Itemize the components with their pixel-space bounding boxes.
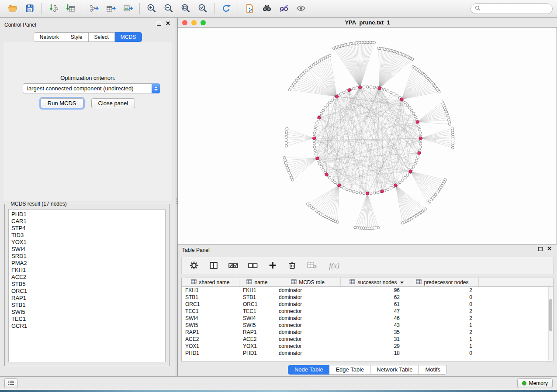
mcds-result-item[interactable]: TEC1 [11, 316, 165, 323]
save-button[interactable] [21, 2, 38, 16]
zoom-in-button[interactable] [143, 2, 159, 16]
zoom-selected-button[interactable] [194, 2, 211, 16]
mcds-result-item[interactable]: SRD1 [11, 253, 165, 260]
delete-table-icon [307, 261, 317, 271]
column-header-predecessor-nodes[interactable]: predecessor nodes [406, 278, 479, 286]
table-row[interactable]: FKH1FKH1dominator962 [182, 287, 553, 294]
run-mcds-button[interactable]: Run MCDS [41, 98, 83, 108]
sort-dropdown-icon[interactable] [400, 282, 404, 284]
mcds-result-item[interactable]: ORC1 [11, 288, 165, 295]
column-header-successor-nodes[interactable]: successor nodes [341, 278, 406, 286]
delete-table-button[interactable] [306, 259, 318, 272]
column-header-name[interactable]: name [239, 278, 275, 286]
cell-MCDS-role: dominator [275, 350, 341, 356]
table-scrollbar[interactable] [548, 287, 553, 361]
mcds-result-item[interactable]: STP4 [11, 225, 165, 232]
main-toolbar [0, 0, 557, 18]
import-table-icon [65, 3, 76, 15]
tab-style[interactable]: Style [65, 32, 89, 42]
table-row[interactable]: SWI4SWI4dominator462 [182, 315, 553, 322]
tab-motifs[interactable]: Motifs [419, 365, 447, 375]
tab-mcds[interactable]: MCDS [115, 32, 142, 42]
tab-node-table[interactable]: Node Table [288, 365, 330, 375]
import-table-button[interactable] [62, 2, 78, 16]
close-table-panel-button[interactable]: ✕ [547, 247, 552, 251]
delete-column-button[interactable] [286, 259, 298, 272]
cell-successor-nodes: 18 [341, 350, 406, 356]
cell-shared-name: ACE2 [182, 336, 239, 342]
share-document-button[interactable] [242, 2, 258, 16]
mcds-result-item[interactable]: PMA2 [11, 260, 165, 267]
table-body: FKH1FKH1dominator962STB1STB1dominator620… [182, 287, 553, 357]
table-row[interactable]: TEC1TEC1connector472 [182, 308, 553, 315]
table-row[interactable]: SWI5SWI5connector431 [182, 322, 553, 329]
table-settings-button[interactable] [188, 259, 200, 272]
float-panel-button[interactable] [157, 22, 161, 26]
cell-MCDS-role: dominator [275, 294, 341, 300]
column-header-MCDS-role[interactable]: MCDS role [275, 278, 341, 286]
mcds-result-item[interactable]: TID3 [11, 232, 165, 239]
network-canvas[interactable] [178, 27, 557, 244]
mcds-result-item[interactable]: SWI4 [11, 246, 165, 253]
export-network-icon [89, 3, 99, 15]
mcds-result-item[interactable]: SWI5 [11, 309, 165, 316]
tab-edge-table[interactable]: Edge Table [329, 365, 370, 375]
mcds-result-item[interactable]: RAP1 [11, 295, 165, 302]
cell-MCDS-role: connector [275, 343, 341, 349]
float-table-panel-button[interactable] [538, 247, 543, 251]
search-network-button[interactable] [259, 2, 275, 16]
table-row[interactable]: ACE2ACE2connector311 [182, 336, 553, 343]
tab-select[interactable]: Select [89, 32, 115, 42]
toolbar-search [471, 3, 553, 14]
hide-selection-button[interactable] [276, 2, 292, 16]
export-table-button[interactable] [103, 2, 119, 16]
column-header-shared-name[interactable]: shared name [182, 278, 239, 286]
mcds-result-item[interactable]: STB1 [11, 302, 165, 309]
table-row[interactable]: STB1STB1dominator620 [182, 294, 553, 301]
deselect-all-button[interactable] [247, 259, 259, 272]
table-row[interactable]: RAP1RAP1dominator352 [182, 329, 553, 336]
show-columns-button[interactable] [208, 259, 220, 272]
table-row[interactable]: ORC1ORC1dominator610 [182, 301, 553, 308]
open-folder-button[interactable] [4, 2, 21, 16]
column-type-icon [349, 279, 355, 285]
tab-network[interactable]: Network [34, 32, 65, 42]
close-panel-button[interactable]: ✕ [166, 21, 170, 26]
search-input[interactable] [483, 6, 550, 12]
cell-predecessor-nodes: 1 [406, 336, 479, 342]
export-network-button[interactable] [86, 2, 102, 16]
toolbar-separator [82, 3, 82, 14]
refresh-button[interactable] [218, 2, 234, 16]
table-row[interactable]: PHD1PHD1dominator180 [182, 350, 553, 357]
cell-shared-name: RAP1 [182, 329, 239, 335]
scrollbar-thumb[interactable] [549, 299, 552, 331]
select-all-button[interactable] [227, 259, 239, 272]
optimization-criterion-select[interactable]: largest connected component (undirected) [23, 83, 160, 93]
mcds-result-item[interactable]: PHD1 [11, 211, 165, 218]
function-builder-button[interactable]: f(x) [325, 259, 343, 272]
import-network-button[interactable] [45, 2, 61, 16]
add-column-button[interactable] [266, 259, 279, 272]
tab-network-table[interactable]: Network Table [370, 365, 419, 375]
table-toolbar: f(x) [181, 257, 554, 275]
cell-successor-nodes: 46 [341, 315, 406, 321]
network-window-titlebar[interactable]: YPA_prune.txt_1 [178, 18, 557, 27]
close-panel-button-mcds[interactable]: Close panel [91, 98, 135, 108]
mcds-result-item[interactable]: STB5 [11, 281, 165, 288]
zoom-out-button[interactable] [160, 2, 176, 16]
mcds-result-item[interactable]: GCR1 [11, 323, 165, 330]
show-selection-button[interactable] [293, 2, 309, 16]
mcds-result-item[interactable]: FKH1 [11, 267, 165, 274]
mcds-result-item[interactable]: ACE2 [11, 274, 165, 281]
zoom-fit-button[interactable] [177, 2, 194, 16]
zoom-in-icon [146, 3, 157, 15]
memory-button[interactable]: Memory [517, 378, 553, 388]
cell-successor-nodes: 43 [341, 322, 406, 328]
table-row[interactable]: YOX1YOX1connector291 [182, 343, 553, 350]
mcds-result-item[interactable]: YOX1 [11, 239, 165, 246]
mcds-result-item[interactable]: CAR1 [11, 218, 165, 225]
cell-shared-name: ORC1 [182, 301, 239, 307]
show-panels-button[interactable] [4, 378, 17, 388]
mcds-result-group: MCDS result (17 nodes) PHD1CAR1STP4TID3Y… [4, 204, 170, 366]
export-image-button[interactable] [120, 2, 136, 16]
